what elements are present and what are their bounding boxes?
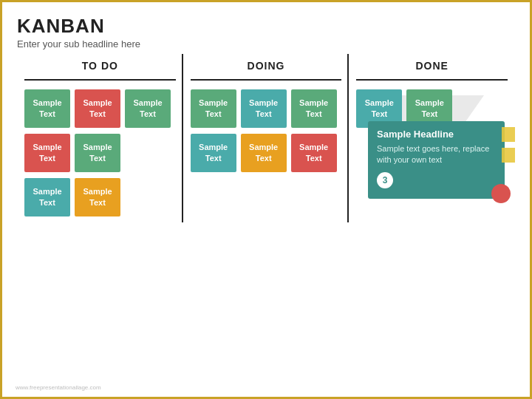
app: KANBAN Enter your sub headline here TO D… (2, 2, 530, 397)
card: Sample Text (241, 134, 287, 172)
card: Sample Text (24, 134, 70, 172)
card: Sample Text (191, 134, 236, 172)
info-box-badge: 3 (377, 172, 393, 188)
info-box-body: Sample text goes here, replace with your… (377, 143, 496, 166)
column-doing: DOING Sample Text Sample Text Sample Tex… (183, 60, 349, 222)
column-todo: TO DO Sample Text Sample Text Sample Tex… (17, 60, 183, 222)
card: Sample Text (24, 89, 70, 128)
col-header-done: DONE (356, 60, 508, 72)
card-row: Sample Text Sample Text (24, 134, 176, 172)
sub-headline: Enter your sub headline here (17, 38, 515, 50)
card: Sample Text (24, 178, 70, 216)
card: Sample Text (291, 134, 337, 172)
card: Sample Text (75, 178, 120, 216)
card-row: Sample Text Sample Text Sample Text (191, 134, 342, 172)
info-box-headline: Sample Headline (377, 129, 496, 140)
card: Sample Text (241, 89, 287, 128)
sticky-note-2 (502, 148, 515, 163)
card-row: Sample Text Sample Text Sample Text (191, 89, 342, 128)
card: Sample Text (75, 134, 120, 172)
watermark: www.freepresentationallage.com (16, 384, 101, 391)
card: Sample Text (75, 89, 120, 128)
card: Sample Text (191, 89, 236, 128)
col-header-todo: TO DO (24, 60, 176, 72)
sticky-note-1 (502, 127, 515, 142)
page-title: KANBAN (17, 16, 515, 37)
card-row: Sample Text Sample Text (24, 178, 176, 216)
col-header-doing: DOING (191, 60, 342, 72)
card-row: Sample Text Sample Text Sample Text (24, 89, 176, 128)
info-box-dot (491, 184, 511, 203)
info-box: Sample Headline Sample text goes here, r… (368, 121, 505, 199)
kanban-board: TO DO Sample Text Sample Text Sample Tex… (17, 60, 515, 222)
card: Sample Text (291, 89, 337, 128)
column-done: DONE Sample Text Sample Text Sample Head… (349, 60, 515, 222)
card: Sample Text (125, 89, 171, 128)
